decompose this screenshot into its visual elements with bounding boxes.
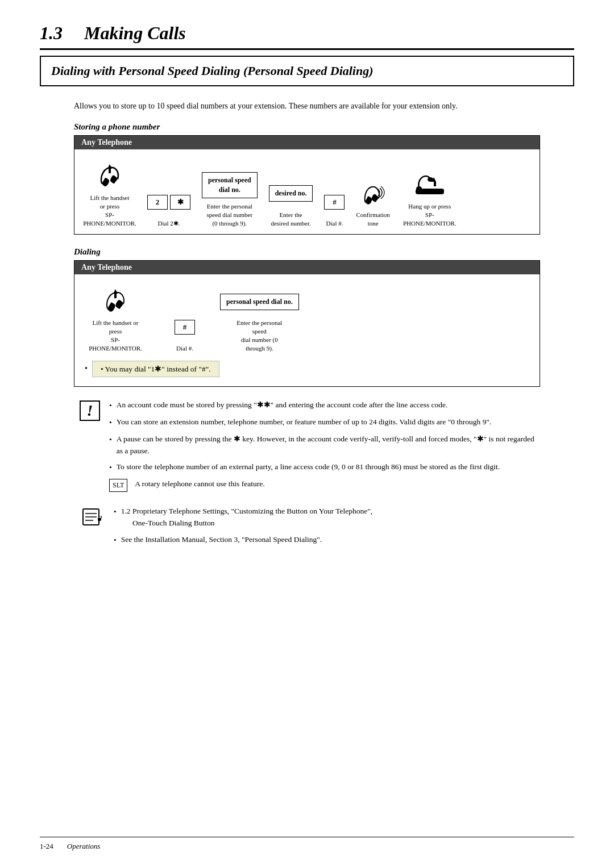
exclamation-icon: ! [80, 400, 100, 421]
step-dial2star-label: Dial 2✱. [158, 219, 180, 228]
ref-bullet-1: • [114, 506, 117, 518]
dialing-note-row: • • You may dial "1✱" instead of "#". [85, 361, 529, 377]
step-dial-hash: # Dial #. [324, 187, 345, 228]
key-hash: # [324, 195, 345, 210]
step-desired-no-visual: desired no. [269, 179, 313, 208]
key-hash-2: # [175, 320, 195, 335]
bullet-4: • [109, 462, 112, 474]
note-3-text: A pause can be stored by pressing the ✱ … [117, 433, 534, 457]
footer: 1-24 Operations [40, 837, 574, 851]
bullet-2: • [109, 417, 112, 429]
dialing-steps-row: Lift the handset or pressSP-PHONE/MONITO… [74, 282, 540, 352]
ref-1: • 1.2 Proprietary Telephone Settings, "C… [114, 506, 534, 529]
bullet-3: • [109, 434, 112, 446]
step-personal-speed-visual: personal speeddial no. [202, 170, 258, 200]
dialing-step-lift: Lift the handset or pressSP-PHONE/MONITO… [81, 287, 150, 352]
dialing-step-personal-label: Enter the personal speeddial number (0 t… [231, 319, 288, 352]
key-personal-speed: personal speeddial no. [202, 172, 258, 198]
storing-steps-row: Lift the handsetor pressSP-PHONE/MONITOR… [74, 157, 540, 227]
svg-marker-7 [113, 289, 118, 294]
storing-diagram: Any Telephone [74, 135, 540, 235]
key-desired-no: desired no. [269, 185, 313, 202]
step-lift: Lift the handsetor pressSP-PHONE/MONITOR… [81, 162, 138, 227]
step-hang-up-label: Hang up or pressSP-PHONE/MONITOR. [401, 202, 458, 228]
step-dial2star-visual: 2 ✱ [147, 187, 190, 217]
key-2: 2 [147, 195, 168, 210]
ref-2-text: See the Installation Manual, Section 3, … [121, 534, 322, 546]
note-3: • A pause can be stored by pressing the … [109, 433, 534, 457]
intro-text: Allows you to store up to 10 speed dial … [74, 100, 540, 112]
footer-page: 1-24 [40, 842, 53, 851]
chapter-title: 1.3 Making Calls [40, 23, 574, 50]
svg-rect-8 [114, 294, 117, 298]
any-telephone-label-2: Any Telephone [74, 261, 540, 274]
dialing-note: • You may dial "1✱" instead of "#". [92, 361, 219, 377]
section-title: Dialing with Personal Speed Dialing (Per… [51, 64, 374, 78]
key-star: ✱ [170, 195, 190, 210]
ref-2: • See the Installation Manual, Section 3… [114, 534, 534, 546]
ref-1-text: 1.2 Proprietary Telephone Settings, "Cus… [121, 506, 372, 529]
svg-rect-6 [434, 182, 436, 186]
step-desired-no: desired no. Enter thedesired number. [269, 179, 313, 228]
dialing-step-hash-visual: # [175, 312, 195, 342]
step-dial-hash-label: Dial #. [326, 219, 343, 228]
svg-marker-0 [107, 164, 112, 169]
note-5: SLT A rotary telephone cannot use this f… [109, 478, 534, 492]
any-telephone-label: Any Telephone [74, 136, 540, 149]
slt-tag: SLT [109, 479, 127, 492]
step-dial-hash-visual: # [324, 187, 345, 217]
step-dial2star: 2 ✱ Dial 2✱. [147, 187, 190, 228]
svg-point-3 [416, 186, 422, 191]
dialing-step-personal: personal speed dial no. Enter the person… [220, 287, 299, 352]
note-2: • You can store an extension number, tel… [109, 416, 534, 429]
step-desired-no-label: Enter thedesired number. [271, 211, 310, 228]
step-personal-speed: personal speeddial no. Enter the persona… [202, 170, 258, 228]
step-confirm-tone: Confirmationtone [356, 179, 389, 228]
note-2-text: You can store an extension number, telep… [117, 416, 492, 428]
note-4: • To store the telephone number of an ex… [109, 461, 534, 474]
confirmation-tone-icon [360, 180, 385, 207]
step-hang-up: Hang up or pressSP-PHONE/MONITOR. [401, 170, 458, 228]
bullet-5: SLT [109, 479, 130, 492]
svg-rect-1 [109, 169, 111, 173]
bullet-1: • [109, 400, 112, 412]
chapter-title-text: Making Calls [84, 23, 186, 43]
ref-icon [80, 507, 105, 531]
note-1: • An account code must be stored by pres… [109, 399, 534, 412]
step-personal-speed-label: Enter the personalspeed dial number(0 th… [207, 202, 253, 228]
ref-section: • 1.2 Proprietary Telephone Settings, "C… [80, 506, 534, 551]
step-lift-label: Lift the handsetor pressSP-PHONE/MONITOR… [81, 194, 138, 227]
storing-subtitle: Storing a phone number [74, 122, 574, 132]
note-1-text: An account code must be stored by pressi… [117, 399, 448, 411]
step-lift-icon [96, 162, 123, 191]
step-hang-up-visual [413, 170, 446, 200]
key-personal-speed-2: personal speed dial no. [220, 294, 299, 310]
bullet-dot: • [85, 364, 88, 373]
dialing-step-hash-label: Dial #. [176, 344, 193, 353]
ref-content: • 1.2 Proprietary Telephone Settings, "C… [114, 506, 534, 551]
reference-book-icon [81, 507, 103, 527]
note-5-text: A rotary telephone cannot use this featu… [135, 478, 264, 490]
dialing-diagram: Any Telephone Lift the handset or pr [74, 260, 540, 386]
notes-section: ! • An account code must be stored by pr… [80, 399, 534, 496]
hangup-icon [413, 172, 446, 199]
section-box: Dialing with Personal Speed Dialing (Per… [40, 56, 574, 86]
chapter-number: 1.3 [40, 23, 63, 43]
dialing-subtitle: Dialing [74, 247, 574, 257]
ref-bullet-2: • [114, 535, 117, 546]
notes-content: • An account code must be stored by pres… [109, 399, 534, 496]
dialing-step-lift-icon [102, 287, 129, 316]
dialing-step-personal-visual: personal speed dial no. [220, 287, 299, 316]
step-confirm-tone-label: Confirmationtone [356, 211, 389, 228]
handset-icon-2 [102, 288, 129, 315]
dialing-step-hash: # Dial #. [175, 312, 195, 353]
footer-label: Operations [67, 842, 101, 851]
step-confirm-tone-visual [360, 179, 385, 208]
handset-icon [96, 163, 123, 190]
note-4-text: To store the telephone number of an exte… [117, 461, 500, 473]
dialing-step-lift-label: Lift the handset or pressSP-PHONE/MONITO… [87, 319, 144, 352]
